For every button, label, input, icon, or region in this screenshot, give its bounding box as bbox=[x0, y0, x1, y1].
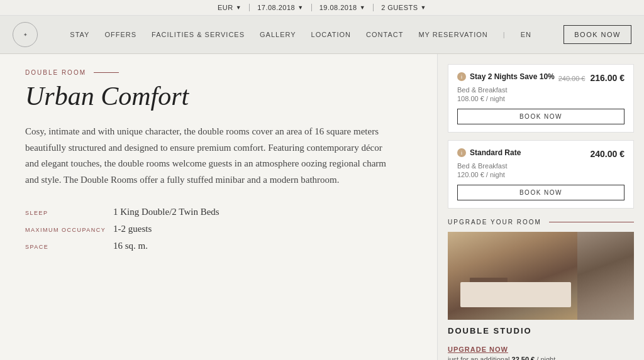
spec-value-space: 16 sq. m. bbox=[113, 241, 148, 251]
room-label-line bbox=[94, 72, 119, 73]
spec-row-space: SPACE 16 sq. m. bbox=[25, 241, 412, 251]
rate-header-0: i Stay 2 Nights Save 10% 240.00 € 216.00… bbox=[457, 72, 625, 84]
room-specs: SLEEP 1 King Double/2 Twin Beds MAXIMUM … bbox=[25, 207, 412, 251]
rate-header-1: i Standard Rate 240.00 € bbox=[457, 148, 625, 160]
currency-value: EUR bbox=[218, 4, 233, 11]
spec-label-space: SPACE bbox=[25, 244, 113, 250]
nav-facilities[interactable]: FACILITIES & SERVICES bbox=[152, 31, 245, 38]
rate-info-icon-0[interactable]: i bbox=[457, 72, 466, 81]
rate-name-row-0: i Stay 2 Nights Save 10% bbox=[457, 72, 555, 81]
upgrade-studio-name: DOUBLE STUDIO bbox=[448, 326, 634, 335]
rate-book-button-1[interactable]: BOOK NOW bbox=[457, 185, 625, 200]
upgrade-image-right bbox=[577, 232, 634, 320]
logo[interactable]: ✦ bbox=[13, 22, 38, 47]
logo-icon: ✦ bbox=[23, 32, 28, 38]
checkin-selector[interactable]: 17.08.2018 ▼ bbox=[250, 4, 311, 11]
info-icon-text-1: i bbox=[461, 150, 463, 156]
nav-contact[interactable]: CONTACT bbox=[366, 31, 403, 38]
main-layout: DOUBLE ROOM Urban Comfort Cosy, intimate… bbox=[0, 54, 644, 360]
upgrade-header-line bbox=[549, 222, 634, 222]
guests-value: 2 GUESTS bbox=[381, 4, 418, 11]
rate-price-col-0: 240.00 € 216.00 € bbox=[558, 72, 625, 84]
spec-value-occupancy: 1-2 guests bbox=[113, 224, 152, 234]
navigation: ✦ STAY OFFERS FACILITIES & SERVICES GALL… bbox=[0, 16, 644, 54]
rate-name-1: Standard Rate bbox=[470, 148, 521, 157]
upgrade-per-night: / night bbox=[536, 356, 555, 360]
nav-stay[interactable]: STAY bbox=[70, 31, 89, 38]
nav-gallery[interactable]: GALLERY bbox=[260, 31, 296, 38]
nav-reservation[interactable]: MY RESERVATION bbox=[418, 31, 487, 38]
guests-selector[interactable]: 2 GUESTS ▼ bbox=[374, 4, 434, 11]
room-description: Cosy, intimate and with unique character… bbox=[25, 124, 390, 188]
rate-book-button-0[interactable]: BOOK NOW bbox=[457, 109, 625, 124]
rate-card-1: i Standard Rate 240.00 € Bed & Breakfast… bbox=[448, 140, 634, 209]
nav-location[interactable]: LOCATION bbox=[311, 31, 351, 38]
right-panel: i Stay 2 Nights Save 10% 240.00 € 216.00… bbox=[437, 54, 644, 360]
upgrade-price-text: just for an additional 22.50 € / night bbox=[448, 356, 634, 360]
room-label: DOUBLE ROOM bbox=[25, 69, 412, 76]
rate-night-price-1: 120.00 € / night bbox=[457, 171, 625, 178]
upgrade-header: UPGRADE YOUR ROOM bbox=[448, 219, 634, 226]
info-icon-text: i bbox=[461, 74, 463, 80]
rate-price-1: 240.00 € bbox=[591, 149, 625, 159]
rate-meal-0: Bed & Breakfast bbox=[457, 86, 625, 94]
rate-name-0: Stay 2 Nights Save 10% bbox=[470, 72, 555, 81]
spec-label-occupancy: MAXIMUM OCCUPANCY bbox=[25, 227, 113, 233]
spec-row-occupancy: MAXIMUM OCCUPANCY 1-2 guests bbox=[25, 224, 412, 234]
rate-old-price-0: 240.00 € bbox=[558, 75, 586, 82]
guests-chevron: ▼ bbox=[421, 4, 426, 11]
upgrade-section: UPGRADE YOUR ROOM DOUBLE STUDIO UPGRADE … bbox=[448, 219, 634, 360]
rate-price-0: 216.00 € bbox=[591, 73, 625, 83]
bed-shape bbox=[460, 282, 571, 307]
checkin-date: 17.08.2018 bbox=[257, 4, 295, 11]
upgrade-image-left bbox=[448, 232, 577, 320]
upgrade-now-btn[interactable]: UPGRADE NOW bbox=[448, 346, 508, 353]
nav-separator: | bbox=[503, 31, 506, 38]
nav-book-button[interactable]: BOOK NOW bbox=[564, 25, 631, 44]
room-label-text: DOUBLE ROOM bbox=[25, 69, 86, 76]
rate-name-row-1: i Standard Rate bbox=[457, 148, 521, 157]
spec-label-sleep: SLEEP bbox=[25, 210, 113, 216]
checkin-chevron: ▼ bbox=[297, 4, 303, 11]
checkout-chevron: ▼ bbox=[360, 4, 365, 11]
rate-night-price-0: 108.00 € / night bbox=[457, 95, 625, 102]
room-title: Urban Comfort bbox=[25, 81, 412, 111]
rate-price-col-1: 240.00 € bbox=[591, 148, 625, 160]
currency-chevron: ▼ bbox=[236, 4, 242, 11]
nav-offers[interactable]: OFFERS bbox=[104, 31, 136, 38]
checkout-date: 19.08.2018 bbox=[319, 4, 357, 11]
nav-links: STAY OFFERS FACILITIES & SERVICES GALLER… bbox=[70, 31, 531, 38]
upgrade-section-title: UPGRADE YOUR ROOM bbox=[448, 219, 541, 226]
rate-card-0: i Stay 2 Nights Save 10% 240.00 € 216.00… bbox=[448, 64, 634, 133]
nav-lang[interactable]: EN bbox=[521, 31, 531, 38]
left-panel: DOUBLE ROOM Urban Comfort Cosy, intimate… bbox=[0, 54, 437, 360]
top-bar: EUR ▼ 17.08.2018 ▼ 19.08.2018 ▼ 2 GUESTS… bbox=[0, 0, 644, 16]
spec-row-sleep: SLEEP 1 King Double/2 Twin Beds bbox=[25, 207, 412, 217]
spec-value-sleep: 1 King Double/2 Twin Beds bbox=[113, 207, 219, 217]
rate-info-icon-1[interactable]: i bbox=[457, 148, 466, 157]
rate-meal-1: Bed & Breakfast bbox=[457, 162, 625, 170]
upgrade-price-amount: 22.50 € bbox=[512, 356, 535, 360]
upgrade-room-image[interactable] bbox=[448, 232, 634, 320]
upgrade-price-prefix: just for an additional bbox=[448, 356, 509, 360]
currency-selector[interactable]: EUR ▼ bbox=[210, 4, 250, 11]
checkout-selector[interactable]: 19.08.2018 ▼ bbox=[312, 4, 374, 11]
